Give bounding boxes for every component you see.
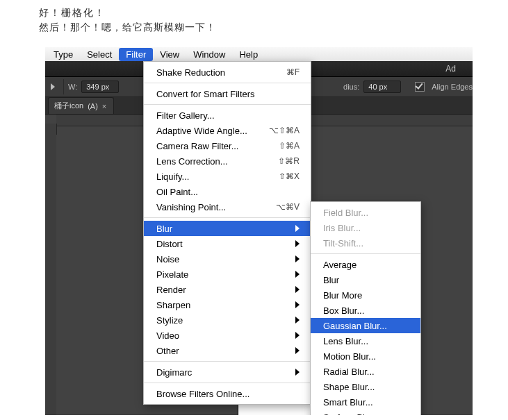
submenu-arrow-icon [295,332,300,339]
menu-filter[interactable]: Filter [119,48,153,61]
submenu-arrow-icon [295,301,300,308]
submenu-item-iris-blur: Iris Blur... [311,220,420,235]
menu-item-noise[interactable]: Noise [144,251,311,267]
menu-item-digimarc[interactable]: Digimarc [144,364,311,380]
filter-menu: Shake Reduction ⌘F Convert for Smart Fil… [143,61,311,405]
menu-item-render[interactable]: Render [144,282,311,297]
narration-line-2: 然后！那个！嗯，给它高斯模糊一下！ [39,20,508,35]
osx-menubar: Type Select Filter View Window Help [45,47,473,61]
divider [63,79,64,94]
submenu-arrow-icon [295,369,300,376]
menu-item-video[interactable]: Video [144,328,311,343]
align-edges-label: Align Edges [432,83,473,91]
submenu-item-radial-blur[interactable]: Radial Blur... [311,364,420,379]
menu-select[interactable]: Select [80,48,119,61]
submenu-arrow-icon [295,240,300,247]
submenu-arrow-icon [295,255,300,262]
submenu-item-smart-blur[interactable]: Smart Blur... [311,394,420,410]
narration-text: 好！栅格化！ 然后！那个！嗯，给它高斯模糊一下！ [0,0,508,35]
width-field[interactable]: 349 px [81,81,119,93]
radius-field[interactable]: 40 px [363,81,401,93]
menu-type[interactable]: Type [47,48,80,61]
menu-item-lens-correction[interactable]: Lens Correction... ⇧⌘R [144,153,311,169]
ruler-vertical[interactable] [45,124,57,415]
menu-item-pixelate[interactable]: Pixelate [144,267,311,282]
document-tab[interactable]: 桶子icon (A) × [48,97,114,114]
menu-item-browse-filters-online[interactable]: Browse Filters Online... [144,386,311,401]
photoshop-window: Type Select Filter View Window Help Ad W… [45,47,473,415]
document-tab-zoom: (A) [88,102,98,110]
submenu-item-average[interactable]: Average [311,257,420,272]
submenu-arrow-icon [295,317,300,324]
menu-item-convert-smart-filters[interactable]: Convert for Smart Filters [144,86,311,101]
submenu-item-tilt-shift: Tilt-Shift... [311,235,420,251]
ps-brand-text: Ad [445,64,456,74]
menu-item-camera-raw[interactable]: Camera Raw Filter... ⇧⌘A [144,138,311,153]
menu-view[interactable]: View [153,48,186,61]
menu-window[interactable]: Window [186,48,232,61]
menu-item-blur[interactable]: Blur [144,221,311,236]
tool-preset-icon[interactable] [49,82,59,92]
menu-item-distort[interactable]: Distort [144,236,311,251]
menu-item-shake-reduction[interactable]: Shake Reduction ⌘F [144,65,311,80]
close-icon[interactable]: × [102,102,106,110]
submenu-item-shape-blur[interactable]: Shape Blur... [311,379,420,394]
submenu-arrow-icon [295,271,300,278]
menu-item-stylize[interactable]: Stylize [144,312,311,328]
submenu-arrow-icon [295,225,300,232]
submenu-item-motion-blur[interactable]: Motion Blur... [311,348,420,364]
menu-item-liquify[interactable]: Liquify... ⇧⌘X [144,169,311,184]
blur-submenu: Field Blur... Iris Blur... Tilt-Shift...… [310,201,421,415]
radius-label: dius: [343,83,359,91]
submenu-item-blur-more[interactable]: Blur More [311,287,420,303]
document-tab-title: 桶子icon [54,101,83,111]
menu-item-other[interactable]: Other [144,343,311,358]
submenu-item-surface-blur[interactable]: Surface Blur... [311,410,420,415]
submenu-item-blur[interactable]: Blur [311,272,420,287]
width-label: W: [68,83,77,91]
align-edges-checkbox[interactable] [415,82,425,92]
menu-item-vanishing-point[interactable]: Vanishing Point... ⌥⌘V [144,199,311,215]
menu-item-filter-gallery[interactable]: Filter Gallery... [144,108,311,123]
submenu-arrow-icon [295,347,300,354]
narration-line-1: 好！栅格化！ [39,6,508,20]
submenu-item-gaussian-blur[interactable]: Gaussian Blur... [311,318,420,333]
submenu-item-box-blur[interactable]: Box Blur... [311,303,420,318]
submenu-item-lens-blur[interactable]: Lens Blur... [311,333,420,348]
menu-item-adaptive-wide-angle[interactable]: Adaptive Wide Angle... ⌥⇧⌘A [144,123,311,138]
submenu-arrow-icon [295,286,300,293]
submenu-item-field-blur: Field Blur... [311,205,420,220]
menu-item-sharpen[interactable]: Sharpen [144,297,311,312]
menu-help[interactable]: Help [232,48,265,61]
menu-item-oil-paint[interactable]: Oil Paint... [144,184,311,199]
